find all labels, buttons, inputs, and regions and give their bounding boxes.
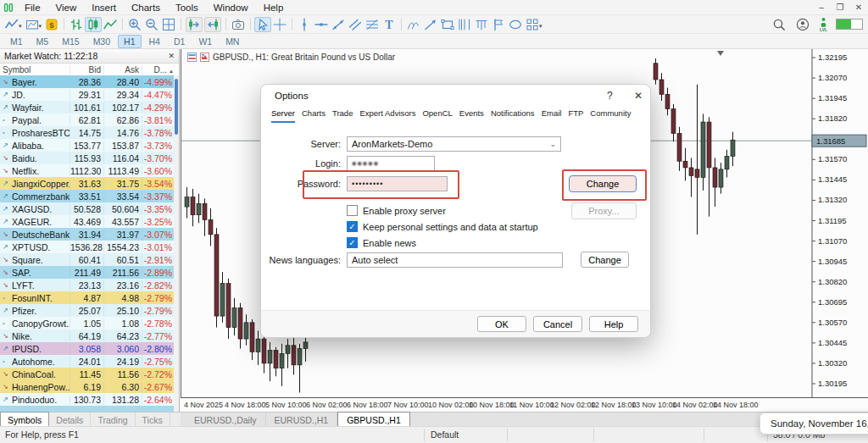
chart-tab-eurusdh1[interactable]: EURUSD.,H1 (266, 413, 338, 426)
vertical-line-icon[interactable] (296, 17, 313, 32)
cursor-icon[interactable] (254, 17, 271, 32)
fibonacci-retracement-icon[interactable] (364, 17, 381, 32)
symbol-row[interactable]: •Paypal.62.8162.86-3.81% (0, 114, 174, 126)
chart-tab-gbpusdh1[interactable]: GBPUSD.,H1 (337, 412, 410, 426)
close-button[interactable]: ✕ (849, 3, 868, 12)
auto-scroll-icon[interactable] (186, 17, 203, 32)
chart-type-icon[interactable] (3, 17, 20, 32)
symbol-row[interactable]: ↘ChinaCoal.11.4511.56-2.72% (0, 368, 174, 380)
timeframe-w1[interactable]: W1 (192, 35, 218, 48)
symbol-row[interactable]: ↘DeutscheBank.31.9431.97-3.07% (0, 228, 174, 241)
symbol-row[interactable]: ↘Bayer.28.3628.40-4.99% (0, 75, 174, 88)
dialog-close-icon[interactable]: ✕ (634, 90, 643, 102)
change-password-button[interactable]: Change (569, 175, 637, 192)
menu-insert[interactable]: Insert (84, 3, 124, 13)
symbol-row[interactable]: ↗Commerzbank.33.5133.54-3.37% (0, 190, 174, 202)
screenshot-icon[interactable] (230, 17, 247, 32)
password-field[interactable]: ••••••••• (347, 176, 448, 191)
cancel-button[interactable]: Cancel (533, 316, 582, 332)
objects-dropdown-icon[interactable] (524, 17, 541, 32)
symbol-row[interactable]: ↗XAGEUR.43.46943.557-3.25% (0, 215, 174, 228)
proxy-checkbox[interactable] (347, 205, 358, 216)
enable-proxy-row[interactable]: Enable proxy server (347, 205, 446, 216)
dialog-tab-charts[interactable]: Charts (302, 108, 326, 123)
change-news-languages-button[interactable]: Change (581, 252, 629, 268)
symbol-row[interactable]: •FosunINT.4.874.98-2.79% (0, 291, 174, 304)
equidistant-channel-icon[interactable] (347, 17, 364, 32)
server-dropdown[interactable]: AronMarkets-Demo ⌄ (347, 136, 561, 152)
maximize-button[interactable]: ❐ (831, 3, 849, 12)
timeframe-m5[interactable]: M5 (31, 35, 55, 48)
objects-dropdown-caret-icon[interactable]: ▾ (539, 23, 542, 30)
symbol-row[interactable]: ↘HuanengPow...6.196.30-2.67% (0, 380, 174, 393)
news-languages-field[interactable]: Auto select (347, 252, 563, 268)
symbol-row[interactable]: ↗XAGUSD.50.52850.604-3.35% (0, 202, 174, 215)
dialog-tab-opencl[interactable]: OpenCL (422, 108, 452, 123)
ok-button[interactable]: OK (477, 316, 526, 332)
symbol-row[interactable]: ↗IPUSD.3.0583.060-2.80% (0, 342, 174, 355)
menu-file[interactable]: File (17, 3, 48, 13)
symbol-row[interactable]: ↘Baidu.115.93116.04-3.70% (0, 152, 174, 164)
horizontal-line-icon[interactable] (313, 17, 330, 32)
keep-settings-checkbox[interactable] (347, 221, 358, 232)
cycle-lines-icon[interactable] (405, 17, 422, 32)
indicators-caret-icon[interactable]: ▾ (39, 23, 42, 30)
symbol-row[interactable]: • (0, 406, 174, 412)
symbol-row[interactable]: ↘Netflix.1112.301113.49-3.60% (0, 164, 174, 177)
panel-tab-details[interactable]: Details (49, 413, 91, 426)
dialog-tab-events[interactable]: Events (459, 108, 484, 123)
dialog-tab-server[interactable]: Server (271, 108, 295, 123)
ellipse-icon[interactable] (507, 17, 524, 32)
dialog-tab-email[interactable]: Email (542, 108, 562, 123)
enable-news-row[interactable]: Enable news (347, 237, 416, 248)
dialog-tab-trade[interactable]: Trade (332, 108, 353, 123)
market-watch-scrollbar[interactable] (174, 75, 179, 412)
column-symbol[interactable]: Symbol (0, 65, 70, 75)
depth-of-market-icon[interactable] (200, 53, 209, 62)
symbol-row[interactable]: •ProsharesBTC.14.7514.76-3.78% (0, 126, 174, 139)
dialog-tab-notifications[interactable]: Notifications (491, 108, 535, 123)
line-chart-icon[interactable] (102, 17, 119, 32)
symbol-row[interactable]: ↗JD.29.3129.34-4.47% (0, 88, 174, 101)
crosshair-icon[interactable] (271, 17, 288, 32)
bar-chart-icon[interactable] (68, 17, 85, 32)
column-ask[interactable]: Ask (103, 65, 142, 75)
arrowed-line-icon[interactable] (422, 17, 439, 32)
keep-settings-row[interactable]: Keep personal settings and data at start… (347, 221, 538, 232)
login-field[interactable]: ●●●●● (347, 156, 435, 171)
andrews-pitchfork-icon[interactable] (473, 17, 490, 32)
column-bid[interactable]: Bid (70, 65, 103, 75)
menu-view[interactable]: View (48, 3, 85, 13)
panel-tab-ticks[interactable]: Ticks (136, 413, 170, 426)
timeframe-m30[interactable]: M30 (87, 35, 116, 48)
zoom-out-icon[interactable] (143, 17, 160, 32)
help-button[interactable]: Help (589, 316, 638, 332)
dialog-help-icon[interactable]: ? (607, 90, 613, 102)
chart-type-caret-icon[interactable]: ▾ (19, 23, 22, 30)
minimize-button[interactable]: – (812, 3, 831, 12)
flag-icon[interactable] (490, 17, 507, 32)
menu-help[interactable]: Help (256, 3, 292, 13)
panel-tab-symbols[interactable]: Symbols (0, 412, 49, 426)
chart-shift-icon[interactable] (204, 17, 221, 32)
account-icon[interactable] (794, 17, 811, 32)
timeframe-h1[interactable]: H1 (118, 35, 141, 48)
timeframe-d1[interactable]: D1 (168, 35, 191, 48)
indicators-icon[interactable] (24, 17, 41, 32)
symbol-row[interactable]: ↗JiangxiCopper.31.6331.75-3.54% (0, 177, 174, 190)
symbol-row[interactable]: •CanopyGrowt...1.051.08-2.78% (0, 317, 174, 329)
symbol-row[interactable]: ↗Pfizer.25.0725.10-2.79% (0, 304, 174, 317)
symbol-row[interactable]: ↗Wayfair.101.61102.17-4.29% (0, 101, 174, 114)
rectangle-icon[interactable] (439, 17, 456, 32)
menu-tools[interactable]: Tools (168, 3, 206, 13)
symbol-row[interactable]: ↗XPTUSD.1536.281554.23-3.01% (0, 241, 174, 253)
timeframe-m15[interactable]: M15 (56, 35, 85, 48)
trendline-icon[interactable] (330, 17, 347, 32)
status-profile[interactable]: Default (431, 429, 459, 440)
symbol-row[interactable]: ↘LYFT.23.1323.16-2.82% (0, 279, 174, 291)
zoom-in-icon[interactable] (126, 17, 143, 32)
scrollbar-thumb[interactable] (175, 79, 178, 135)
timeframe-mn[interactable]: MN (220, 35, 245, 48)
dialog-tab-ftp[interactable]: FTP (568, 108, 583, 123)
timeframe-m1[interactable]: M1 (4, 35, 29, 48)
